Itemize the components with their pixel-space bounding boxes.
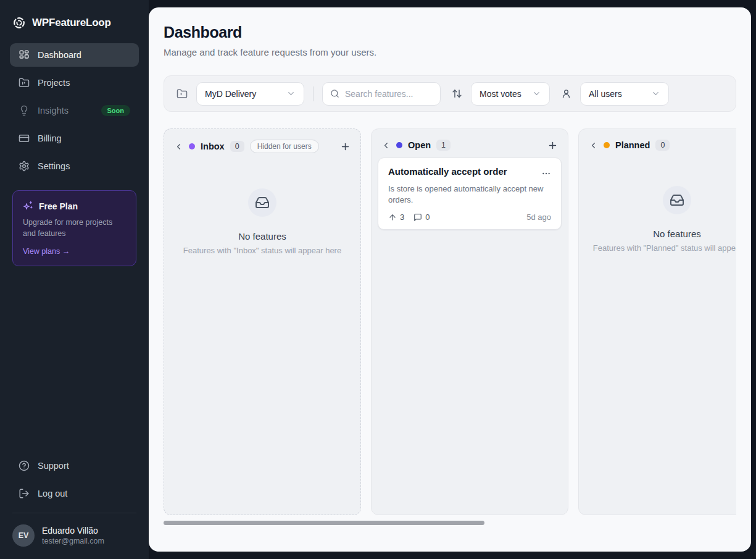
filter-bar: MyD Delivery Most votes bbox=[164, 75, 736, 112]
project-select-value: MyD Delivery bbox=[205, 89, 256, 99]
add-feature-icon[interactable] bbox=[340, 141, 351, 152]
sidebar-item-settings[interactable]: Settings bbox=[10, 154, 139, 178]
empty-caption: Features with "Planned" status will appe… bbox=[593, 243, 736, 253]
help-circle-icon bbox=[19, 460, 30, 471]
upvote-control[interactable]: 3 bbox=[388, 212, 404, 222]
vote-count: 3 bbox=[400, 212, 404, 222]
status-dot bbox=[396, 142, 402, 148]
chevron-down-icon bbox=[532, 89, 541, 98]
page-title: Dashboard bbox=[164, 23, 736, 41]
card-menu-icon[interactable] bbox=[541, 169, 551, 179]
column-inbox: Inbox 0 Hidden for users No features Fea… bbox=[164, 128, 361, 515]
sidebar-bottom: Support Log out EV Eduardo Villão tester… bbox=[10, 454, 139, 559]
sidebar-divider bbox=[12, 513, 136, 513]
collapse-column-icon[interactable] bbox=[381, 141, 391, 150]
sidebar-item-label: Log out bbox=[38, 489, 67, 498]
column-open: Open 1 Automatically accept order Is sto… bbox=[371, 128, 568, 515]
sidebar-item-support[interactable]: Support bbox=[10, 454, 139, 477]
lightbulb-icon bbox=[19, 105, 30, 116]
column-count: 0 bbox=[230, 141, 244, 152]
user-email: tester@gmail.com bbox=[42, 537, 104, 545]
user-name: Eduardo Villão bbox=[42, 526, 104, 536]
main-panel: Dashboard Manage and track feature reque… bbox=[149, 7, 751, 552]
column-name: Planned bbox=[615, 140, 650, 150]
card-list: Automatically accept order Is store is o… bbox=[372, 158, 568, 230]
page-subtitle: Manage and track feature requests from y… bbox=[164, 47, 736, 57]
sidebar-item-label: Settings bbox=[38, 161, 70, 171]
sidebar: WPFeatureLoop Dashboard Projects Insight… bbox=[0, 0, 149, 559]
collapse-column-icon[interactable] bbox=[589, 141, 598, 150]
filter-divider bbox=[313, 86, 314, 101]
comments-control[interactable]: 0 bbox=[413, 212, 430, 222]
app-name: WPFeatureLoop bbox=[32, 17, 111, 29]
search-input[interactable] bbox=[345, 89, 433, 99]
empty-state: No features Features with "Inbox" status… bbox=[164, 188, 360, 255]
logout-icon bbox=[19, 488, 30, 499]
column-header: Open 1 bbox=[372, 129, 568, 158]
card-age: 5d ago bbox=[526, 212, 551, 222]
feature-title: Automatically accept order bbox=[388, 166, 507, 177]
comment-count: 0 bbox=[425, 212, 430, 222]
empty-caption: Features with "Inbox" status will appear… bbox=[183, 246, 341, 255]
sidebar-item-label: Insights bbox=[38, 106, 69, 116]
chevron-down-icon bbox=[286, 89, 296, 98]
status-dot bbox=[604, 142, 610, 148]
soon-badge: Soon bbox=[101, 105, 131, 116]
sidebar-item-billing[interactable]: Billing bbox=[10, 127, 139, 150]
kanban-board: Inbox 0 Hidden for users No features Fea… bbox=[164, 128, 736, 515]
dashboard-grid-icon bbox=[19, 49, 30, 61]
column-header: Planned 0 bbox=[579, 129, 736, 158]
avatar: EV bbox=[12, 524, 35, 547]
search-box[interactable] bbox=[322, 82, 441, 106]
view-plans-link[interactable]: View plans → bbox=[23, 247, 70, 256]
sidebar-item-insights[interactable]: Insights Soon bbox=[10, 99, 139, 122]
project-folder-icon bbox=[177, 88, 188, 99]
sidebar-item-dashboard[interactable]: Dashboard bbox=[10, 43, 139, 67]
sidebar-item-label: Projects bbox=[38, 78, 70, 88]
collapse-column-icon[interactable] bbox=[174, 142, 183, 151]
chevron-down-icon bbox=[651, 89, 660, 98]
inbox-tray-icon bbox=[248, 188, 276, 217]
gear-icon bbox=[19, 161, 30, 172]
sort-arrows-icon bbox=[452, 88, 462, 99]
horizontal-scrollbar bbox=[164, 521, 736, 525]
search-icon bbox=[330, 89, 339, 98]
sidebar-item-label: Billing bbox=[38, 133, 62, 143]
app-logo: WPFeatureLoop bbox=[12, 16, 136, 30]
sidebar-item-label: Support bbox=[38, 461, 69, 471]
column-name: Inbox bbox=[201, 141, 225, 151]
empty-title: No features bbox=[238, 231, 286, 242]
column-header: Inbox 0 Hidden for users bbox=[164, 129, 360, 160]
sidebar-item-projects[interactable]: Projects bbox=[10, 71, 139, 95]
column-planned: Planned 0 No features Features with "Pla… bbox=[578, 128, 736, 515]
column-count: 1 bbox=[436, 140, 451, 151]
sidebar-item-logout[interactable]: Log out bbox=[10, 482, 139, 505]
plan-description: Upgrade for more projects and features bbox=[23, 217, 126, 239]
plan-title: Free Plan bbox=[39, 201, 78, 211]
feature-card[interactable]: Automatically accept order Is store is o… bbox=[378, 158, 562, 230]
status-dot bbox=[189, 143, 195, 149]
user-icon bbox=[561, 88, 571, 99]
free-plan-box: Free Plan Upgrade for more projects and … bbox=[12, 190, 136, 266]
sidebar-item-label: Dashboard bbox=[38, 50, 81, 60]
feature-description: Is store is opened automatically accept … bbox=[388, 183, 555, 205]
empty-state: No features Features with "Planned" stat… bbox=[579, 186, 736, 253]
credit-card-icon bbox=[19, 133, 30, 144]
scrollbar-thumb[interactable] bbox=[164, 521, 484, 525]
user-filter-select[interactable]: All users bbox=[580, 82, 669, 106]
project-select[interactable]: MyD Delivery bbox=[196, 82, 304, 106]
user-filter-value: All users bbox=[589, 89, 622, 99]
app-logo-icon bbox=[12, 16, 26, 30]
add-feature-icon[interactable] bbox=[547, 140, 558, 151]
column-name: Open bbox=[408, 140, 431, 150]
inbox-tray-icon bbox=[663, 186, 691, 214]
column-count: 0 bbox=[655, 140, 670, 151]
empty-title: No features bbox=[653, 229, 701, 239]
sort-select-value: Most votes bbox=[480, 89, 521, 99]
user-profile[interactable]: EV Eduardo Villão tester@gmail.com bbox=[10, 521, 139, 550]
comment-icon bbox=[413, 213, 422, 222]
folder-icon bbox=[19, 77, 30, 88]
sort-select[interactable]: Most votes bbox=[471, 82, 550, 106]
hidden-for-users-badge: Hidden for users bbox=[250, 140, 319, 153]
arrow-up-icon bbox=[388, 213, 397, 222]
